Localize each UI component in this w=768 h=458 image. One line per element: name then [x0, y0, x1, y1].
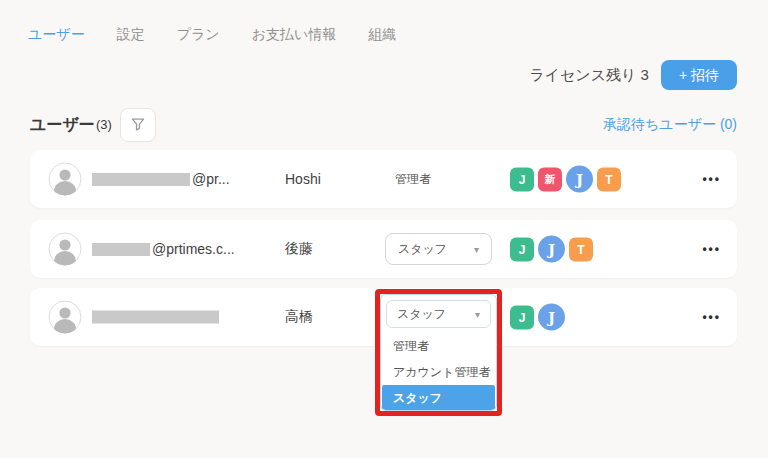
- user-email: @pr...: [92, 171, 230, 187]
- tab-users[interactable]: ユーザー: [28, 26, 85, 44]
- app-badge-t-icon: T: [597, 167, 621, 191]
- tab-settings[interactable]: 設定: [117, 26, 145, 44]
- row-menu-button[interactable]: •••: [702, 310, 721, 324]
- list-count: (3): [96, 117, 112, 132]
- email-suffix: @pr...: [192, 171, 230, 187]
- role-select[interactable]: スタッフ ▾: [386, 300, 491, 328]
- role-option-admin[interactable]: 管理者: [381, 333, 496, 359]
- funnel-icon: [130, 116, 146, 135]
- highlight-annotation-box: スタッフ ▾ 管理者 アカウント管理者 スタッフ: [375, 289, 502, 416]
- user-row-1: @pr... Hoshi 管理者 J 新 J T •••: [30, 150, 737, 208]
- redacted-email-block: [92, 243, 150, 256]
- invite-button[interactable]: + 招待: [661, 60, 737, 90]
- row-menu-button[interactable]: •••: [702, 242, 721, 256]
- app-badge-j-icon: J: [510, 237, 534, 261]
- user-name: Hoshi: [285, 171, 321, 187]
- tab-bar: ユーザー 設定 プラン お支払い情報 組織: [28, 26, 396, 44]
- role-option-staff[interactable]: スタッフ: [382, 385, 495, 411]
- pending-users-link[interactable]: 承認待ちユーザー (0): [603, 116, 737, 134]
- email-suffix: @prtimes.c...: [152, 241, 235, 257]
- app-badges: J J: [510, 304, 565, 331]
- app-badge-j-icon: J: [510, 305, 534, 329]
- user-name: 高橋: [285, 308, 313, 326]
- redacted-email-block: [92, 311, 219, 324]
- app-badge-j-logo-icon: J: [566, 166, 593, 193]
- list-header: ユーザー (3) 承認待ちユーザー (0): [0, 108, 768, 144]
- user-management-page: ユーザー 設定 プラン お支払い情報 組織 ライセンス残り 3 + 招待 ユーザ…: [0, 0, 768, 458]
- app-badge-j-logo-icon: J: [538, 236, 565, 263]
- app-badge-j-icon: J: [510, 167, 534, 191]
- toolbar: ライセンス残り 3 + 招待: [529, 60, 737, 90]
- row-menu-button[interactable]: •••: [702, 172, 721, 186]
- tab-billing[interactable]: お支払い情報: [252, 26, 337, 44]
- app-badge-j-logo-icon: J: [538, 304, 565, 331]
- role-dropdown-open: スタッフ ▾ 管理者 アカウント管理者 スタッフ: [380, 294, 497, 411]
- user-avatar-icon: [48, 300, 82, 334]
- app-badge-t-icon: T: [569, 237, 593, 261]
- user-name: 後藤: [285, 240, 313, 258]
- chevron-down-icon: ▾: [474, 244, 479, 255]
- list-title: ユーザー: [30, 115, 95, 136]
- role-select-value: スタッフ: [397, 306, 446, 323]
- user-email: [92, 311, 219, 324]
- tab-organization[interactable]: 組織: [368, 26, 396, 44]
- user-row-2: @prtimes.c... 後藤 スタッフ ▾ J J T •••: [30, 220, 737, 278]
- filter-button[interactable]: [120, 108, 156, 142]
- user-email: @prtimes.c...: [92, 241, 235, 257]
- app-badges: J J T: [510, 236, 593, 263]
- redacted-email-block: [92, 173, 190, 186]
- app-badge-shin-icon: 新: [538, 167, 562, 191]
- chevron-down-icon: ▾: [475, 309, 480, 320]
- license-remaining-text: ライセンス残り 3: [529, 66, 649, 85]
- role-select-value: スタッフ: [398, 241, 447, 258]
- role-option-account-admin[interactable]: アカウント管理者: [381, 359, 496, 385]
- app-badges: J 新 J T: [510, 166, 621, 193]
- user-avatar-icon: [48, 232, 82, 266]
- user-avatar-icon: [48, 162, 82, 196]
- tab-plan[interactable]: プラン: [177, 26, 220, 44]
- role-select[interactable]: スタッフ ▾: [385, 233, 492, 265]
- user-role-label: 管理者: [395, 171, 431, 188]
